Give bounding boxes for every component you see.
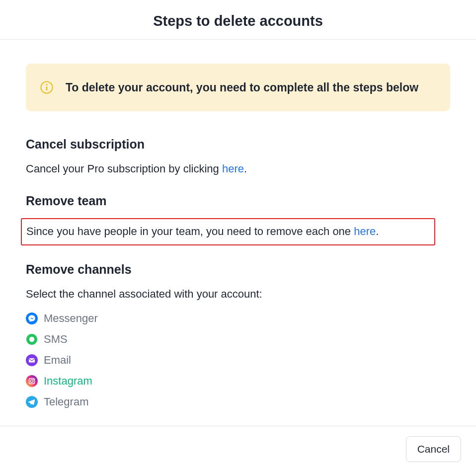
channel-item-telegram[interactable]: Telegram xyxy=(26,392,450,412)
channel-label-instagram: Instagram xyxy=(44,375,92,388)
channel-list: Messenger SMS xyxy=(26,308,450,412)
instagram-icon xyxy=(26,375,38,387)
section-text-remove-channels: Select the channel associated with your … xyxy=(26,287,450,302)
svg-point-5 xyxy=(29,336,34,341)
section-remove-channels: Remove channels Select the channel assoc… xyxy=(26,262,450,412)
channel-label-telegram: Telegram xyxy=(44,395,88,408)
section-text-remove-team: Since you have people in your team, you … xyxy=(26,224,429,239)
section-remove-team: Remove team xyxy=(26,194,450,208)
info-icon xyxy=(40,80,54,94)
section-title-remove-channels: Remove channels xyxy=(26,262,450,277)
channel-label-email: Email xyxy=(44,354,71,367)
section-title-remove-team: Remove team xyxy=(26,194,450,208)
alert-text: To delete your account, you need to comp… xyxy=(66,79,418,95)
channel-label-messenger: Messenger xyxy=(44,312,98,325)
highlight-remove-team: Since you have people in your team, you … xyxy=(21,218,435,245)
modal-footer: Cancel xyxy=(0,426,476,472)
svg-point-1 xyxy=(46,84,47,85)
messenger-icon xyxy=(26,313,38,324)
channel-label-sms: SMS xyxy=(44,333,68,346)
sms-icon xyxy=(26,333,38,345)
modal-body: To delete your account, you need to comp… xyxy=(0,40,476,426)
channel-item-instagram[interactable]: Instagram xyxy=(26,371,450,392)
cancel-subscription-text-before: Cancel your Pro subscription by clicking xyxy=(26,162,222,175)
modal-header: Steps to delete accounts xyxy=(0,0,476,40)
section-cancel-subscription: Cancel subscription Cancel your Pro subs… xyxy=(26,137,450,177)
remove-team-text-before: Since you have people in your team, you … xyxy=(26,225,354,237)
section-text-cancel-subscription: Cancel your Pro subscription by clicking… xyxy=(26,161,450,177)
svg-rect-2 xyxy=(46,86,47,90)
cancel-subscription-text-after: . xyxy=(244,162,247,175)
section-title-cancel-subscription: Cancel subscription xyxy=(26,137,450,152)
alert-box: To delete your account, you need to comp… xyxy=(26,64,450,111)
svg-point-8 xyxy=(26,375,38,387)
email-icon xyxy=(26,354,38,366)
remove-team-link[interactable]: here xyxy=(354,225,376,237)
channel-item-email[interactable]: Email xyxy=(26,350,450,371)
svg-point-11 xyxy=(33,379,34,380)
delete-accounts-modal: Steps to delete accounts To delete your … xyxy=(0,0,476,472)
channel-item-messenger[interactable]: Messenger xyxy=(26,308,450,329)
channel-item-sms[interactable]: SMS xyxy=(26,329,450,350)
telegram-icon xyxy=(26,396,38,408)
cancel-subscription-link[interactable]: here xyxy=(222,162,244,175)
cancel-button[interactable]: Cancel xyxy=(406,436,461,462)
modal-title: Steps to delete accounts xyxy=(10,13,466,29)
remove-team-text-after: . xyxy=(376,225,379,237)
